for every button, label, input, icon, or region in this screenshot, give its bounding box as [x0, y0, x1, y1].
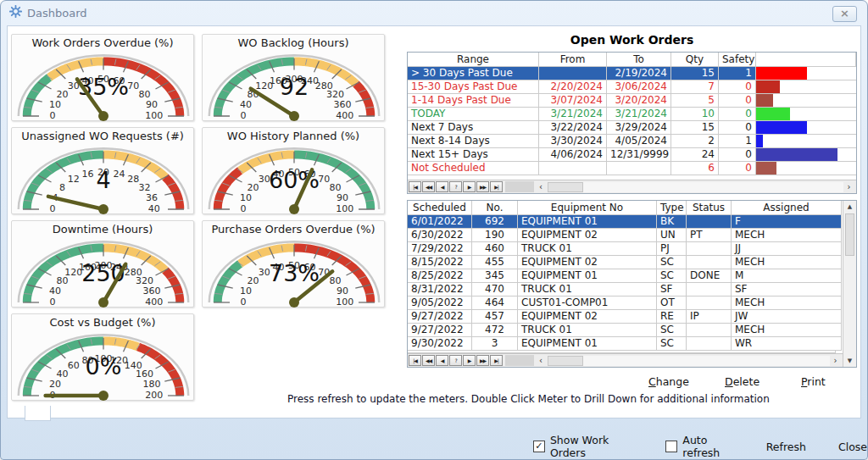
gauge-meter[interactable]: Purchase Orders Overdue (%)0102030405060… — [202, 220, 385, 308]
nav-prior-page-button[interactable]: ◀◀ — [422, 181, 435, 192]
cell: EQUIPMENT 01 — [518, 215, 657, 229]
range-row[interactable]: 15-30 Days Past Due2/20/20243/06/202470 — [408, 80, 856, 94]
gauge-title: Work Orders Overdue (%) — [12, 35, 193, 50]
qty-bar — [756, 148, 837, 161]
range-row[interactable]: Next 7 Days3/22/20243/29/2024150 — [408, 121, 856, 135]
work-order-row[interactable]: 9/27/2022457EQUIPMENT 02REIPJW — [408, 310, 843, 324]
range-row[interactable]: Next 15+ Days4/06/202412/31/9999240 — [408, 148, 856, 162]
range-row[interactable]: Next 8-14 Days3/30/20244/05/202421 — [408, 135, 856, 148]
work-order-row[interactable]: 7/29/2022460TRUCK 01PJJJ — [408, 242, 843, 256]
nav-last-button[interactable]: ▶| — [490, 181, 503, 192]
work-order-row[interactable]: 9/27/2022472TRUCK 01SCMECH — [408, 324, 843, 337]
print-button[interactable]: Print — [801, 375, 826, 388]
hscroll-thumb[interactable] — [548, 356, 583, 366]
vscroll-thumb[interactable] — [845, 213, 854, 256]
column-header[interactable]: Range — [408, 53, 539, 67]
range-row[interactable]: TODAY3/21/20243/21/2024100 — [408, 108, 856, 121]
refresh-button[interactable]: Refresh — [766, 441, 806, 453]
cell: 7/29/2022 — [408, 242, 472, 256]
cell: 464 — [472, 297, 518, 310]
cell: 455 — [472, 256, 518, 269]
column-header[interactable]: From — [539, 53, 607, 67]
hscroll-thumb[interactable] — [548, 182, 583, 192]
change-button[interactable]: Change — [648, 375, 689, 388]
delete-button[interactable]: Delete — [725, 375, 760, 388]
cell: 7 — [671, 80, 719, 94]
cell: EQUIPMENT 02 — [518, 310, 657, 324]
svg-text:12: 12 — [68, 174, 80, 185]
nav-next-page-button[interactable]: ▶▶ — [476, 355, 489, 366]
cell: 3 — [472, 337, 518, 351]
cell: 2 — [671, 135, 719, 148]
work-order-row[interactable]: 8/15/2022455EQUIPMENT 02SCMECH — [408, 256, 843, 269]
svg-text:40: 40 — [57, 369, 69, 380]
gauge-dial: 010203040506070809010035% — [12, 50, 195, 121]
hscroll-track[interactable] — [583, 356, 830, 366]
work-order-row[interactable]: 8/25/2022345EQUIPMENT 01SCDONEM — [408, 269, 843, 283]
show-work-orders-checkbox[interactable]: ✓ Show Work Orders — [533, 434, 647, 459]
window-close-button[interactable]: × — [832, 6, 857, 22]
column-header[interactable]: Status — [687, 201, 732, 215]
nav-prior-page-button[interactable]: ◀◀ — [422, 355, 435, 366]
nav-first-button[interactable]: |◀ — [409, 181, 421, 192]
column-header[interactable]: Type — [657, 201, 687, 215]
hscroll-right-arrow[interactable]: › — [830, 355, 841, 366]
cell — [687, 256, 732, 269]
range-row[interactable]: > 30 Days Past Due2/19/2024151 — [408, 67, 856, 80]
column-header[interactable]: To — [607, 53, 671, 67]
column-header[interactable]: Safety — [719, 53, 756, 67]
gauge-dial: 010203040506070809010060% — [203, 143, 386, 214]
gauge-meter[interactable]: Downtime (Hours)040801201602002402803203… — [11, 220, 194, 308]
gauge-value: 73% — [269, 260, 320, 286]
cell: 0 — [719, 121, 756, 135]
range-row[interactable]: 1-14 Days Past Due3/07/20243/20/202450 — [408, 94, 856, 108]
close-button[interactable]: Close — [838, 441, 867, 453]
nav-first-button[interactable]: |◀ — [409, 355, 421, 366]
gauge-title: Cost vs Budget (%) — [12, 314, 193, 330]
nav-next-button[interactable]: ▶ — [463, 181, 476, 192]
work-order-row[interactable]: 9/30/20223EQUIPMENT 01SCWR — [408, 337, 843, 351]
cell: 8/31/2022 — [408, 283, 472, 297]
work-order-row[interactable]: 6/01/2022692EQUIPMENT 01BKF — [408, 215, 843, 229]
nav-next-button[interactable]: ▶ — [463, 355, 476, 366]
nav-prior-button[interactable]: ◀ — [436, 355, 448, 366]
cell: 1 — [719, 67, 756, 80]
hscroll-track[interactable] — [583, 182, 843, 192]
cell: 0 — [719, 80, 756, 94]
instruction-text: Press refresh to update the meters. Doub… — [287, 393, 770, 405]
work-order-row[interactable]: 6/30/2022190EQUIPMENT 02UNPTMECH — [408, 229, 843, 242]
titlebar[interactable]: Dashboard × — [1, 1, 867, 25]
gauge-meter[interactable]: Unassigned WO Requests (#)04812162024283… — [11, 127, 194, 214]
gauge-meter[interactable]: WO Backlog (Hours)0408012016020024028032… — [202, 34, 385, 121]
hscroll-left-arrow[interactable]: ‹ — [534, 355, 548, 366]
svg-text:40: 40 — [49, 285, 61, 297]
vscroll-up-arrow[interactable]: ▲ — [843, 201, 856, 213]
vertical-scrollbar[interactable]: ▲▼ — [843, 201, 856, 367]
nav-next-page-button[interactable]: ▶▶ — [476, 181, 489, 192]
vscroll-down-arrow[interactable]: ▼ — [843, 355, 856, 367]
cell: 3/07/2024 — [539, 94, 607, 108]
column-header[interactable]: Scheduled — [408, 201, 472, 215]
work-order-row[interactable]: 8/31/2022470TRUCK 01SFSF — [408, 283, 843, 297]
nav-prior-button[interactable]: ◀ — [436, 181, 448, 192]
gauge-meter[interactable]: WO History Planned (%)010203040506070809… — [202, 127, 385, 214]
hscroll-right-arrow[interactable]: › — [843, 181, 854, 192]
show-work-orders-label: Show Work Orders — [550, 434, 648, 459]
hscroll-left-arrow[interactable]: ‹ — [534, 181, 548, 192]
column-header[interactable]: Equipment No — [518, 201, 657, 215]
nav-last-button[interactable]: ▶| — [490, 355, 503, 366]
auto-refresh-checkbox[interactable]: Auto refresh — [665, 434, 747, 459]
column-header[interactable]: Qty — [671, 53, 719, 67]
column-header[interactable]: Assigned — [732, 201, 842, 215]
cell — [607, 162, 671, 175]
range-row[interactable]: Not Scheduled60 — [408, 162, 856, 175]
gauge-meter[interactable]: Work Orders Overdue (%)01020304050607080… — [11, 34, 194, 121]
cell: 10 — [671, 108, 719, 121]
gauge-meter[interactable]: Cost vs Budget (%)0204060801001201401601… — [11, 313, 194, 401]
gauge-dial: 0408012016020024028032036040092 — [203, 50, 386, 121]
nav-search-button[interactable]: ? — [449, 181, 462, 192]
nav-search-button[interactable]: ? — [449, 355, 462, 366]
column-header[interactable]: No. — [472, 201, 518, 215]
work-order-row[interactable]: 9/05/2022464CUST01-COMP01OTMECH — [408, 297, 843, 310]
qty-bar — [756, 67, 807, 80]
